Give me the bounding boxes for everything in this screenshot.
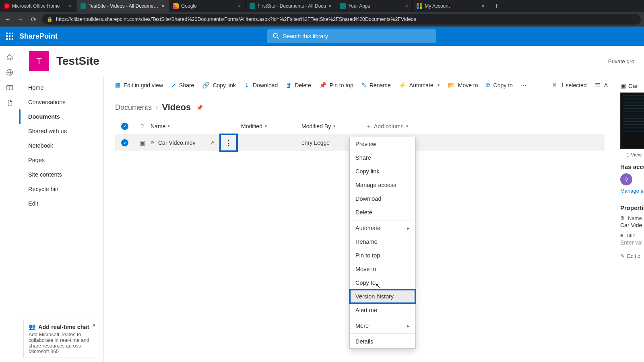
chevron-down-icon: ▾ [265, 124, 267, 128]
row-more-button[interactable]: ⋮ [220, 134, 237, 151]
select-all-checkbox[interactable]: ✓ [121, 123, 128, 130]
prop-title-input[interactable]: Enter val [620, 239, 642, 246]
all-views-label[interactable]: A [604, 82, 608, 88]
ctx-automate[interactable]: Automate▸ [350, 221, 415, 235]
globe-icon[interactable] [6, 68, 14, 76]
ctx-delete[interactable]: Delete [350, 206, 415, 219]
back-button[interactable]: ← [3, 16, 12, 23]
automate-button[interactable]: ⚡Automate▾ [396, 79, 443, 91]
add-column-button[interactable]: ＋Add column▾ [366, 123, 430, 130]
close-icon[interactable]: × [92, 322, 96, 329]
close-icon[interactable]: × [481, 3, 485, 9]
details-views: 1 View [620, 152, 642, 158]
details-thumbnail[interactable] [620, 93, 644, 149]
left-nav: Home Conversations Documents Shared with… [19, 76, 104, 362]
suite-brand[interactable]: SharePoint [19, 32, 58, 41]
tab-title: TestSite - Videos - All Documents [89, 3, 159, 9]
reload-button[interactable]: ⟳ [29, 16, 38, 23]
overflow-button[interactable]: ⋯ [518, 80, 530, 91]
edit-all-link[interactable]: ✎Edit c [620, 253, 642, 259]
nav-recycle-bin[interactable]: Recycle bin [19, 182, 103, 196]
forward-button[interactable]: → [16, 16, 25, 23]
close-icon[interactable]: × [328, 3, 332, 9]
prop-name-value[interactable]: Car Vide [620, 222, 642, 228]
ctx-manage-access[interactable]: Manage access [350, 178, 415, 192]
copy-to-button[interactable]: ⧉Copy to [483, 79, 516, 91]
manage-access-link[interactable]: Manage ac [620, 188, 642, 194]
close-icon[interactable]: × [405, 3, 408, 9]
column-modified-by[interactable]: Modified By▾ [301, 123, 366, 130]
rename-icon: ✎ [361, 82, 367, 89]
browser-tab-active[interactable]: TestSite - Videos - All Documents × [76, 0, 169, 12]
teams-card-title: 👥 Add real-time chat [29, 323, 94, 330]
close-icon[interactable]: × [69, 3, 72, 9]
ctx-move-to[interactable]: Move to [350, 262, 415, 276]
close-icon[interactable]: × [238, 3, 241, 9]
files-icon[interactable] [6, 99, 14, 107]
ctx-share[interactable]: Share [350, 151, 415, 165]
svg-point-9 [273, 33, 277, 37]
sync-icon: ⟳ [151, 140, 155, 146]
prop-name-label: 🗎Name [620, 215, 642, 221]
nav-documents[interactable]: Documents [19, 109, 103, 124]
svg-rect-8 [12, 38, 13, 40]
browser-tab[interactable]: Google × [169, 0, 246, 12]
move-to-button[interactable]: 📂Move to [444, 79, 481, 91]
delete-button[interactable]: 🗑Delete [283, 79, 314, 91]
clear-selection-button[interactable]: ✕ [552, 81, 557, 89]
column-name[interactable]: Name▾ [151, 123, 241, 130]
home-icon[interactable] [6, 53, 14, 61]
rename-button[interactable]: ✎Rename [358, 79, 394, 91]
ctx-alert-me[interactable]: Alert me [350, 303, 415, 317]
news-icon[interactable] [6, 84, 14, 92]
ctx-version-history[interactable]: Version history [350, 290, 415, 303]
ctx-copy-to[interactable]: Copy to [350, 276, 415, 290]
nav-edit[interactable]: Edit [19, 196, 103, 211]
sharepoint-icon [80, 3, 86, 9]
nav-conversations[interactable]: Conversations [19, 95, 103, 109]
breadcrumb-root[interactable]: Documents [115, 103, 152, 112]
share-icon[interactable]: ↗ [210, 140, 215, 146]
url-field[interactable]: 🔒 https://citizenbuilders.sharepoint.com… [42, 14, 641, 25]
row-checkbox[interactable]: ✓ [121, 139, 128, 146]
prop-title-label: ≡Title [620, 232, 642, 239]
site-logo-letter: T [36, 56, 41, 66]
site-title[interactable]: TestSite [56, 55, 99, 68]
edit-grid-button[interactable]: ▦Edit in grid view [112, 79, 166, 91]
sharepoint-icon [340, 3, 346, 9]
suite-search[interactable]: Search this library [267, 29, 436, 43]
browser-tab[interactable]: FirstSite - Documents - All Docu × [246, 0, 336, 12]
modified-by-value: enry Legge [301, 140, 330, 146]
nav-pages[interactable]: Pages [19, 153, 103, 167]
ctx-rename[interactable]: Rename [350, 235, 415, 249]
svg-rect-7 [9, 38, 10, 40]
details-file-name: ▣ Car [620, 82, 642, 89]
ctx-copy-link[interactable]: Copy link [350, 165, 415, 178]
nav-shared-with-us[interactable]: Shared with us [19, 124, 103, 138]
new-tab-button[interactable]: + [489, 0, 504, 12]
pin-icon[interactable]: 📌 [196, 105, 203, 111]
avatar[interactable]: ⚲ [620, 173, 632, 185]
ctx-more[interactable]: More▸ [350, 319, 415, 333]
ctx-details[interactable]: Details [350, 335, 415, 348]
nav-home[interactable]: Home [19, 80, 103, 95]
ctx-download[interactable]: Download [350, 192, 415, 206]
browser-tab[interactable]: Your Apps × [336, 0, 413, 12]
browser-tab[interactable]: Microsoft Office Home × [0, 0, 76, 12]
ctx-pin-to-top[interactable]: Pin to top [350, 249, 415, 262]
filter-icon[interactable]: ☰ [595, 82, 600, 89]
pin-button[interactable]: 📌Pin to top [316, 79, 357, 91]
file-name[interactable]: Car Video.mov [158, 140, 195, 146]
nav-notebook[interactable]: Notebook [19, 138, 103, 153]
download-button[interactable]: ⭳Download [241, 79, 281, 91]
browser-tab[interactable]: My Account × [413, 0, 489, 12]
site-logo[interactable]: T [29, 51, 49, 71]
suite-bar: SharePoint Search this library [0, 27, 644, 46]
column-modified[interactable]: Modified▾ [241, 123, 301, 130]
share-button[interactable]: ↗Share [168, 79, 197, 91]
close-icon[interactable]: × [161, 3, 165, 9]
ctx-preview[interactable]: Preview [350, 137, 415, 151]
copy-link-button[interactable]: 🔗Copy link [199, 79, 239, 91]
app-launcher-button[interactable] [0, 27, 19, 46]
nav-site-contents[interactable]: Site contents [19, 167, 103, 182]
